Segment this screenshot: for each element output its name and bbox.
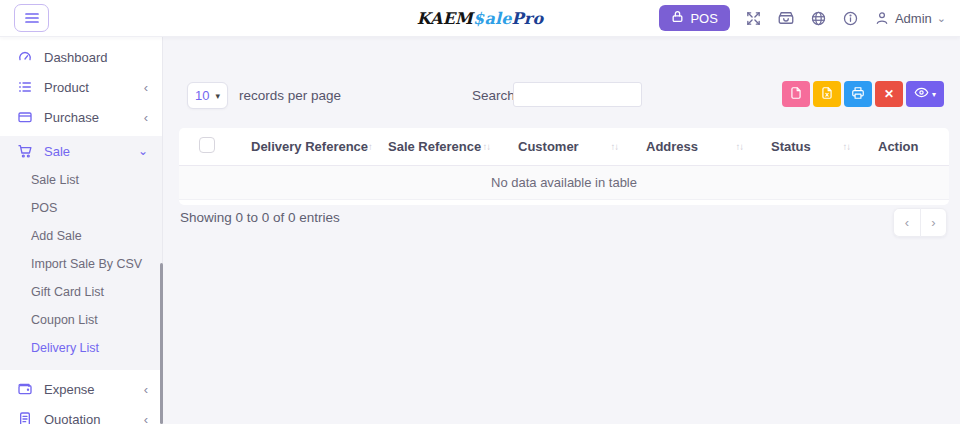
sidebar-subitem-gift-card-list[interactable]: Gift Card List bbox=[0, 278, 162, 306]
previous-page-button[interactable]: ‹ bbox=[893, 208, 920, 237]
column-header-address[interactable]: Address ↑↓ bbox=[630, 128, 755, 166]
admin-label: Admin bbox=[895, 11, 932, 26]
export-buttons: ✕ ▾ bbox=[782, 81, 944, 107]
column-header-sale-reference[interactable]: Sale Reference ↑↓ bbox=[372, 128, 502, 166]
globe-icon[interactable] bbox=[810, 10, 827, 27]
column-label: Delivery Reference bbox=[251, 139, 368, 154]
sale-submenu-block: Sale ⌄ Sale List POS Add Sale Import Sal… bbox=[0, 136, 162, 370]
sidebar-subitem-delivery-list[interactable]: Delivery List bbox=[0, 334, 162, 362]
speedometer-icon bbox=[17, 49, 33, 65]
subitem-label: POS bbox=[31, 201, 57, 215]
entries-summary: Showing 0 to 0 of 0 entries bbox=[180, 210, 340, 225]
sidebar-item-label: Purchase bbox=[44, 110, 99, 125]
subitem-label: Delivery List bbox=[31, 341, 99, 355]
chevron-left-icon: ‹ bbox=[144, 412, 148, 424]
empty-row: No data available in table bbox=[179, 166, 949, 200]
info-icon[interactable] bbox=[842, 10, 859, 27]
sidebar-item-dashboard[interactable]: Dashboard bbox=[0, 42, 162, 72]
pos-button-label: POS bbox=[690, 11, 717, 26]
logo-part-kaem: KAEM bbox=[417, 9, 473, 28]
wallet-icon bbox=[17, 381, 33, 397]
column-visibility-button[interactable]: ▾ bbox=[906, 81, 944, 107]
delivery-table: Delivery Reference ↑↓ Sale Reference ↑↓ … bbox=[179, 128, 949, 205]
admin-menu[interactable]: Admin ⌄ bbox=[874, 10, 946, 26]
caret-down-icon: ▾ bbox=[932, 90, 936, 99]
column-header-customer[interactable]: Customer ↑↓ bbox=[502, 128, 630, 166]
sidebar-item-product[interactable]: Product ‹ bbox=[0, 72, 162, 102]
export-pdf-button[interactable] bbox=[782, 81, 810, 107]
excel-file-icon bbox=[820, 86, 834, 103]
column-label: Sale Reference bbox=[388, 139, 481, 154]
search-label: Search bbox=[472, 88, 515, 103]
column-header-status[interactable]: Status ↑↓ bbox=[755, 128, 862, 166]
close-icon: ✕ bbox=[884, 87, 894, 101]
search-input[interactable] bbox=[513, 82, 642, 107]
eye-icon bbox=[914, 85, 929, 103]
credit-card-icon bbox=[17, 109, 33, 125]
sidebar-subitem-pos[interactable]: POS bbox=[0, 194, 162, 222]
sort-icon[interactable]: ↑↓ bbox=[483, 141, 493, 152]
document-icon bbox=[17, 411, 33, 424]
lock-icon bbox=[671, 10, 684, 26]
export-excel-button[interactable] bbox=[813, 81, 841, 107]
hamburger-icon bbox=[25, 12, 39, 24]
logo-part-pro: Pro bbox=[512, 9, 544, 28]
main-content: 10 ▾ records per page Search ✕ ▾ bbox=[163, 37, 960, 424]
sidebar-item-label: Product bbox=[44, 80, 89, 95]
shopping-cart-icon bbox=[17, 143, 33, 159]
sidebar-subitem-import-sale-by-csv[interactable]: Import Sale By CSV bbox=[0, 250, 162, 278]
subitem-label: Import Sale By CSV bbox=[31, 257, 142, 271]
sidebar-item-label: Sale bbox=[44, 144, 70, 159]
sort-icon[interactable]: ↑↓ bbox=[843, 141, 853, 152]
logo-part-sale: $ale bbox=[473, 9, 512, 28]
chevron-down-icon: ⌄ bbox=[937, 13, 946, 24]
sort-icon[interactable]: ↑↓ bbox=[368, 141, 372, 152]
close-button[interactable]: ✕ bbox=[875, 81, 903, 107]
chevron-down-icon: ⌄ bbox=[138, 144, 148, 158]
sidebar-item-expense[interactable]: Expense ‹ bbox=[0, 374, 162, 404]
fullscreen-icon[interactable] bbox=[745, 10, 762, 27]
column-header-action: Action bbox=[862, 128, 949, 166]
app-logo: KAEM$alePro bbox=[417, 9, 544, 28]
list-icon bbox=[17, 79, 33, 95]
chevron-left-icon: ‹ bbox=[144, 80, 148, 95]
subitem-label: Coupon List bbox=[31, 313, 98, 327]
pagination: ‹ › bbox=[893, 208, 947, 237]
sidebar-subitem-coupon-list[interactable]: Coupon List bbox=[0, 306, 162, 334]
cash-drawer-icon[interactable] bbox=[777, 9, 795, 27]
pdf-file-icon bbox=[789, 86, 803, 103]
table-header-row: Delivery Reference ↑↓ Sale Reference ↑↓ … bbox=[179, 128, 949, 166]
chevron-right-icon: › bbox=[931, 215, 935, 230]
subitem-label: Gift Card List bbox=[31, 285, 104, 299]
sidebar-item-label: Dashboard bbox=[44, 50, 108, 65]
sort-icon[interactable]: ↑↓ bbox=[736, 141, 746, 152]
page-size-value: 10 bbox=[195, 88, 209, 103]
empty-message: No data available in table bbox=[179, 166, 949, 200]
user-icon bbox=[874, 10, 890, 26]
subitem-label: Sale List bbox=[31, 173, 79, 187]
sidebar-toggle-button[interactable] bbox=[14, 4, 49, 32]
sidebar-item-label: Expense bbox=[44, 382, 95, 397]
sidebar-item-purchase[interactable]: Purchase ‹ bbox=[0, 102, 162, 132]
chevron-left-icon: ‹ bbox=[905, 215, 909, 230]
sidebar-item-sale[interactable]: Sale ⌄ bbox=[0, 136, 162, 166]
select-all-checkbox[interactable] bbox=[199, 137, 215, 153]
pos-button[interactable]: POS bbox=[659, 5, 729, 31]
column-label: Customer bbox=[518, 139, 579, 154]
column-label: Status bbox=[771, 139, 811, 154]
page-size-select[interactable]: 10 ▾ bbox=[187, 82, 228, 109]
column-label: Address bbox=[646, 139, 698, 154]
sidebar-item-quotation[interactable]: Quotation ‹ bbox=[0, 404, 162, 424]
sidebar-subitem-add-sale[interactable]: Add Sale bbox=[0, 222, 162, 250]
column-label: Action bbox=[878, 139, 918, 154]
sort-icon[interactable]: ↑↓ bbox=[611, 141, 621, 152]
column-header-delivery-reference[interactable]: Delivery Reference ↑↓ bbox=[235, 128, 372, 166]
printer-icon bbox=[851, 86, 865, 103]
sidebar-item-label: Quotation bbox=[44, 412, 100, 424]
sidebar-subitem-sale-list[interactable]: Sale List bbox=[0, 166, 162, 194]
print-button[interactable] bbox=[844, 81, 872, 107]
records-per-page-label: records per page bbox=[239, 88, 341, 103]
chevron-left-icon: ‹ bbox=[144, 382, 148, 397]
top-header: KAEM$alePro POS Admin ⌄ bbox=[0, 0, 960, 37]
next-page-button[interactable]: › bbox=[920, 208, 947, 237]
